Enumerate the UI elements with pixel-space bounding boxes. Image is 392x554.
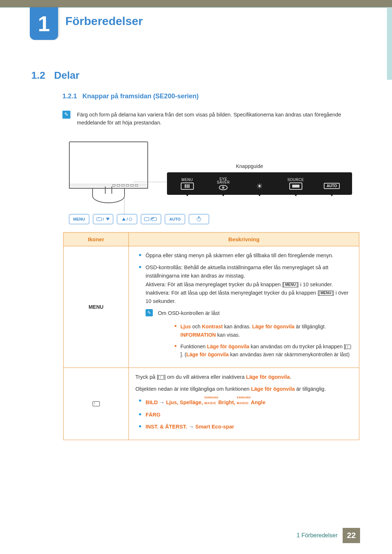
icon-cell-eye (64, 368, 129, 440)
eye-button-icon (158, 375, 164, 379)
osd-auto: AUTO (314, 174, 350, 193)
section-number: 1.2 (31, 70, 45, 81)
top-brown-bar (0, 0, 392, 7)
phys-eye-down-button: / (93, 214, 113, 224)
osd-brightness: ☀ (241, 174, 278, 193)
subsection-title: Knappar på framsidan (SE200-serien) (82, 93, 199, 100)
inline-note-title: Om OSD-kontrollen är låst (158, 310, 220, 316)
samsung-magic-angle: SAMSUNGMAGIC (237, 397, 251, 407)
brightness-icon: ☀ (256, 182, 263, 190)
chapter-number-badge: 1 (30, 7, 58, 40)
section-title: Delar (54, 70, 79, 81)
icon-cell-menu: MENU (64, 246, 129, 368)
list-item: INST. & ÅTERST. → Smart Eco-spar (135, 423, 352, 431)
phys-menu-button: MENU (69, 214, 89, 224)
list-item: OSD-kontrollås: Behåll de aktuella instä… (135, 263, 352, 305)
menu-box-icon: MENU (283, 282, 297, 287)
inline-note: ✎ Om OSD-kontrollen är låst Ljus och Kon… (146, 309, 352, 362)
eye-icon (219, 185, 228, 190)
menu-icon (181, 182, 194, 190)
phys-up-target-button: / (117, 214, 137, 224)
page-footer: 1 Förberedelser 22 (297, 528, 360, 543)
menu-box-icon: MENU (319, 291, 332, 296)
osd-button-guide: MENU EYE SAVER ☀ SOURCE AUTO (167, 172, 352, 195)
eye-button-icon (93, 401, 100, 406)
samsung-magic-bright: SAMSUNGMAGIC (204, 397, 219, 407)
figure-monitor-buttons: Knappguide MENU EYE SAVER ☀ SOURCE AUTO (62, 138, 359, 229)
note-icon: ✎ (146, 309, 153, 316)
list-item: FÄRG (135, 411, 352, 419)
source-icon (289, 182, 302, 190)
section-heading: 1.2 Delar (31, 70, 79, 81)
list-item: Öppna eller stäng menyn på skärmen eller… (135, 251, 352, 260)
osd-source: SOURCE (278, 174, 314, 193)
phys-auto-button: AUTO (165, 214, 185, 224)
list-item: BILD → Ljus, Spelläge, SAMSUNGMAGICBrigh… (135, 397, 352, 407)
info-note: ✎ Färg och form på delarna kan variera f… (62, 111, 359, 127)
physical-button-row: MENU / / / AUTO (69, 214, 209, 224)
subsection-heading: 1.2.1 Knappar på framsidan (SE200-serien… (62, 93, 199, 100)
auto-icon: AUTO (324, 183, 340, 189)
button-description-table: Ikoner Beskrivning MENU Öppna eller stän… (63, 232, 359, 440)
knappguide-label: Knappguide (236, 163, 263, 169)
monitor-illustration (69, 141, 148, 203)
table-row: Tryck på [] om du vill aktivera eller in… (64, 368, 359, 440)
page-number: 22 (343, 528, 360, 543)
th-ikoner: Ikoner (64, 233, 129, 246)
note-icon: ✎ (62, 111, 70, 119)
desc-cell-eye: Tryck på [] om du vill aktivera eller in… (129, 368, 359, 440)
osd-menu: MENU (169, 174, 205, 193)
eye-button-icon (345, 345, 351, 349)
list-item: Ljus och Kontrast kan ändras. Läge för ö… (172, 323, 352, 339)
subsection-number: 1.2.1 (62, 93, 77, 100)
note-text: Färg och form på delarna kan variera frå… (77, 111, 359, 127)
osd-eye-saver: EYE SAVER (205, 174, 242, 193)
list-item: Funktionen Läge för ögonvila kan använda… (172, 342, 352, 359)
phys-source-enter-button: / (141, 214, 161, 224)
footer-text: 1 Förberedelser (297, 532, 338, 539)
callout-line-down (124, 194, 124, 214)
desc-cell-menu: Öppna eller stäng menyn på skärmen eller… (129, 246, 359, 368)
phys-power-button (189, 214, 209, 224)
callout-line (134, 182, 166, 182)
side-teal-bar (387, 7, 392, 80)
chapter-title: Förberedelser (65, 15, 143, 28)
th-beskrivning: Beskrivning (129, 233, 359, 246)
table-row: MENU Öppna eller stäng menyn på skärmen … (64, 246, 359, 368)
